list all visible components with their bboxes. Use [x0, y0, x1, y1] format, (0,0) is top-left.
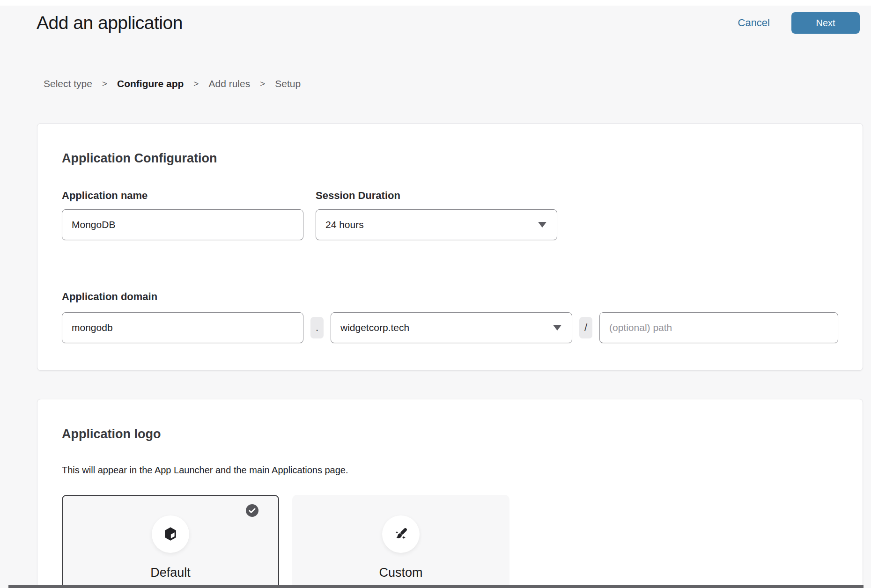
name-session-row: Application name Session Duration 24 hou… [62, 190, 838, 240]
breadcrumb-add-rules[interactable]: Add rules [208, 78, 250, 89]
session-duration-label: Session Duration [316, 190, 557, 202]
breadcrumb: Select type > Configure app > Add rules … [0, 78, 871, 89]
top-strip [0, 0, 871, 6]
application-name-label: Application name [62, 190, 303, 202]
logo-option-custom[interactable]: Custom [292, 495, 509, 588]
application-name-field: Application name [62, 190, 303, 240]
application-domain-row: . widgetcorp.tech / [62, 312, 838, 343]
custom-logo-circle [382, 515, 420, 553]
logo-options: Default Custom [62, 495, 838, 588]
page-title: Add an application [37, 12, 183, 34]
application-name-input[interactable] [62, 209, 303, 240]
breadcrumb-separator: > [193, 79, 199, 89]
check-icon [246, 504, 258, 517]
session-duration-field: Session Duration 24 hours [316, 190, 557, 240]
application-logo-description: This will appear in the App Launcher and… [62, 464, 838, 476]
session-duration-select[interactable]: 24 hours [316, 209, 557, 240]
paintbrush-icon [391, 525, 410, 544]
application-domain-label: Application domain [62, 291, 838, 303]
cancel-button[interactable]: Cancel [738, 17, 770, 29]
application-configuration-heading: Application Configuration [62, 151, 838, 166]
page-header: Add an application Cancel Next [0, 6, 871, 34]
header-actions: Cancel Next [738, 12, 860, 34]
window-bottom-edge [8, 585, 864, 588]
logo-option-label: Custom [293, 566, 509, 580]
dot-separator: . [310, 317, 324, 338]
breadcrumb-setup[interactable]: Setup [275, 78, 301, 89]
next-button[interactable]: Next [791, 12, 860, 34]
chevron-down-icon [538, 222, 546, 228]
breadcrumb-separator: > [102, 79, 107, 89]
application-logo-card: Application logo This will appear in the… [37, 399, 863, 588]
breadcrumb-separator: > [260, 79, 265, 89]
domain-select[interactable]: widgetcorp.tech [331, 312, 572, 343]
breadcrumb-select-type[interactable]: Select type [44, 78, 92, 89]
slash-separator: / [579, 317, 592, 338]
default-logo-circle [152, 515, 189, 553]
chevron-down-icon [553, 325, 561, 331]
application-domain-section: Application domain . widgetcorp.tech / [62, 291, 838, 343]
main-content: Application Configuration Application na… [0, 123, 871, 588]
application-configuration-card: Application Configuration Application na… [37, 123, 863, 371]
logo-option-label: Default [63, 566, 278, 580]
application-logo-heading: Application logo [62, 426, 838, 441]
logo-option-default[interactable]: Default [62, 495, 279, 588]
domain-select-value: widgetcorp.tech [340, 322, 409, 333]
path-input[interactable] [599, 312, 838, 343]
session-duration-value: 24 hours [325, 219, 364, 230]
breadcrumb-configure-app[interactable]: Configure app [117, 78, 184, 89]
subdomain-input[interactable] [62, 312, 303, 343]
cube-icon [162, 525, 179, 543]
